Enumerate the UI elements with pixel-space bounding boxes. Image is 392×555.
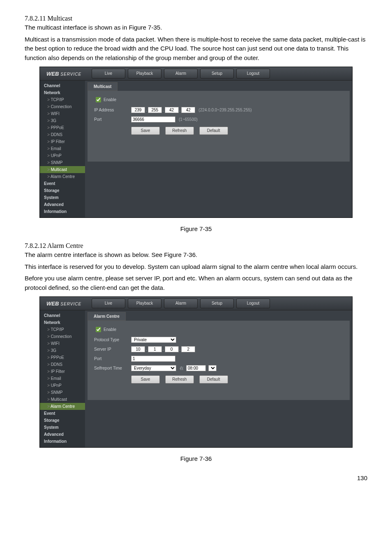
port-input[interactable] <box>131 116 175 123</box>
nav-system[interactable]: System <box>40 194 85 201</box>
nav-upnp-2[interactable]: UPnP <box>40 382 85 389</box>
server-ip-4[interactable] <box>181 346 195 352</box>
port-label: Port <box>94 117 131 122</box>
nav-3g-2[interactable]: 3G <box>40 347 85 354</box>
nav-ddns-2[interactable]: DDNS <box>40 361 85 368</box>
ip-seg-4[interactable] <box>181 107 195 113</box>
nav-advanced[interactable]: Advanced <box>40 201 85 208</box>
tab-setup-2[interactable]: Setup <box>200 298 234 308</box>
nav-wifi-2[interactable]: WIFI <box>40 340 85 347</box>
logo: WEBSERVICE <box>40 71 92 77</box>
nav-ipfilter-2[interactable]: IP Filter <box>40 368 85 375</box>
nav-network-2[interactable]: Network <box>40 319 85 326</box>
nav-3g[interactable]: 3G <box>40 117 85 124</box>
nav-pppoe[interactable]: PPPoE <box>40 124 85 131</box>
alarm-enable-checkbox[interactable] <box>96 327 101 332</box>
nav-multicast-2[interactable]: Multicast <box>40 396 85 403</box>
nav-ipfilter[interactable]: IP Filter <box>40 138 85 145</box>
ip-seg-2[interactable] <box>148 107 162 113</box>
selfreport-at: 在 <box>180 365 184 371</box>
nav-alarmcentre[interactable]: Alarm Centre <box>40 173 85 180</box>
default-button[interactable]: Default <box>199 127 228 135</box>
alarm-save-button[interactable]: Save <box>131 375 160 384</box>
nav-multicast[interactable]: Multicast <box>40 166 85 173</box>
ip-seg-3[interactable] <box>165 107 179 113</box>
ip-seg-1[interactable] <box>131 107 145 113</box>
nav-connection-2[interactable]: Connection <box>40 333 85 340</box>
logo-main-2: WEB <box>46 301 59 307</box>
nav-email-2[interactable]: Email <box>40 375 85 382</box>
section-heading-alarm: 7.8.2.12 Alarm Centre <box>25 242 367 250</box>
nav-channel-2[interactable]: Channel <box>40 312 85 319</box>
nav-pppoe-2[interactable]: PPPoE <box>40 354 85 361</box>
page-number: 130 <box>25 474 367 481</box>
tab-playback[interactable]: Playback <box>128 69 161 79</box>
server-ip-3[interactable] <box>165 346 179 352</box>
panel-title-multicast: Multicast <box>88 82 118 91</box>
server-ip-2[interactable] <box>148 346 162 352</box>
protocol-select[interactable]: Private <box>131 337 176 343</box>
ip-label: IP Address <box>94 108 131 112</box>
logo-main: WEB <box>46 71 59 77</box>
logo-2: WEBSERVICE <box>40 301 92 307</box>
sidebar: Channel Network TCP/IP Connection WIFI 3… <box>40 81 85 217</box>
nav-email[interactable]: Email <box>40 145 85 152</box>
section-heading-multicast: 7.8.2.11 Multicast <box>25 15 367 22</box>
protocol-label: Protocol Type <box>94 338 131 342</box>
nav-information[interactable]: Information <box>40 208 85 215</box>
nav-upnp[interactable]: UPnP <box>40 152 85 159</box>
tab-logout[interactable]: Logout <box>236 69 270 79</box>
server-label: Server IP <box>94 347 131 352</box>
nav-network[interactable]: Network <box>40 89 85 96</box>
nav-connection[interactable]: Connection <box>40 103 85 110</box>
nav-wifi[interactable]: WIFI <box>40 110 85 117</box>
screenshot-header-2: WEBSERVICE Live Playback Alarm Setup Log… <box>40 297 352 310</box>
tab-setup[interactable]: Setup <box>200 69 234 79</box>
logo-sub: SERVICE <box>60 72 81 76</box>
nav-ddns[interactable]: DDNS <box>40 131 85 138</box>
alarm-default-button[interactable]: Default <box>199 375 228 384</box>
alarm-panel: Enable Protocol Type Private Server IP .… <box>88 321 350 400</box>
tab-logout-2[interactable]: Logout <box>236 298 270 308</box>
selfreport-select[interactable]: Everyday <box>131 365 176 371</box>
alarm-desc2: Before you use alarm centre, please set … <box>25 274 367 292</box>
top-tabs-2: Live Playback Alarm Setup Logout <box>92 298 272 308</box>
nav-snmp-2[interactable]: SNMP <box>40 389 85 396</box>
ip-hint: (224.0.0.0~239.255.255.255) <box>198 108 251 112</box>
caption-7-36: Figure 7-36 <box>25 455 367 462</box>
top-tabs: Live Playback Alarm Setup Logout <box>92 69 272 79</box>
refresh-button[interactable]: Refresh <box>165 127 194 135</box>
nav-storage[interactable]: Storage <box>40 187 85 194</box>
nav-tcpip-2[interactable]: TCP/IP <box>40 326 85 333</box>
nav-storage-2[interactable]: Storage <box>40 417 85 424</box>
nav-channel[interactable]: Channel <box>40 82 85 89</box>
selfreport-time[interactable] <box>186 365 206 371</box>
tab-alarm[interactable]: Alarm <box>164 69 198 79</box>
alarm-intro: The alarm centre interface is shown as b… <box>25 250 367 260</box>
caption-7-35: Figure 7-35 <box>25 225 367 232</box>
tab-live[interactable]: Live <box>92 69 125 79</box>
save-button[interactable]: Save <box>131 127 160 135</box>
panel-title-alarm: Alarm Centre <box>88 312 126 321</box>
tab-alarm-2[interactable]: Alarm <box>164 298 198 308</box>
tab-playback-2[interactable]: Playback <box>128 298 161 308</box>
figure-7-35: WEBSERVICE Live Playback Alarm Setup Log… <box>39 67 353 218</box>
nav-event-2[interactable]: Event <box>40 410 85 417</box>
nav-event[interactable]: Event <box>40 180 85 187</box>
nav-advanced-2[interactable]: Advanced <box>40 431 85 438</box>
nav-information-2[interactable]: Information <box>40 438 85 445</box>
multicast-panel: Enable IP Address . . . (224.0.0.0~239.2… <box>88 91 350 162</box>
nav-alarmcentre-2[interactable]: Alarm Centre <box>40 403 85 410</box>
alarm-refresh-button[interactable]: Refresh <box>165 375 194 384</box>
server-ip-1[interactable] <box>131 346 145 352</box>
sidebar-2: Channel Network TCP/IP Connection WIFI 3… <box>40 310 85 447</box>
enable-checkbox[interactable] <box>96 97 101 102</box>
selfreport-time-select[interactable] <box>208 365 217 371</box>
tab-live-2[interactable]: Live <box>92 298 125 308</box>
nav-tcpip[interactable]: TCP/IP <box>40 96 85 103</box>
alarm-port-input[interactable] <box>131 356 175 362</box>
nav-system-2[interactable]: System <box>40 424 85 431</box>
port-hint: (1~65500) <box>179 117 198 122</box>
nav-snmp[interactable]: SNMP <box>40 159 85 166</box>
alarm-desc1: This interface is reserved for you to de… <box>25 262 367 272</box>
